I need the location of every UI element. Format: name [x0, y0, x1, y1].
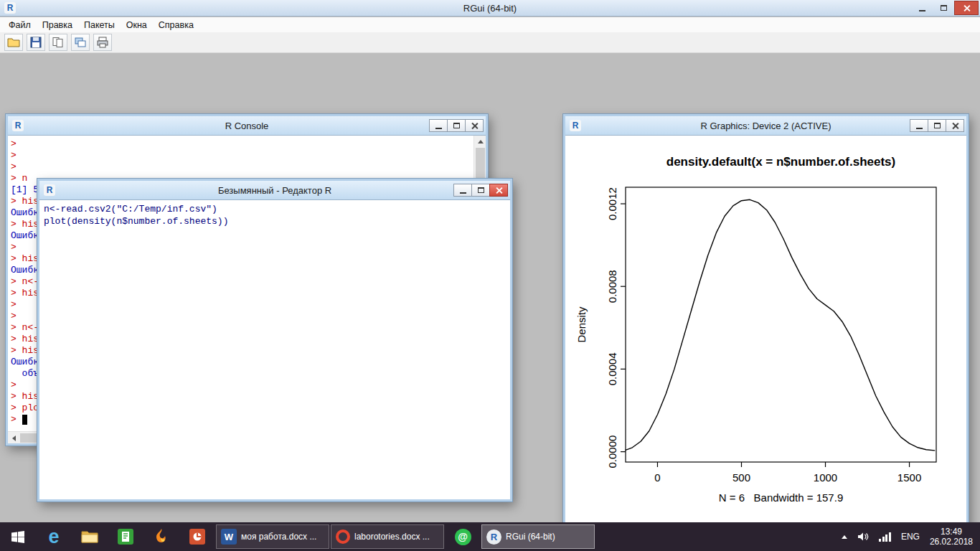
toolbar-save-button[interactable] [27, 34, 45, 51]
r-logo-icon: R [486, 529, 501, 545]
console-line: > [11, 161, 473, 173]
start-button[interactable] [0, 522, 36, 551]
svg-text:1500: 1500 [897, 471, 921, 484]
language-indicator[interactable]: ENG [901, 532, 920, 542]
maximize-icon [478, 187, 484, 193]
close-icon [951, 122, 959, 130]
menu-item-Справка[interactable]: Справка [153, 19, 199, 32]
open-script-icon [7, 37, 20, 48]
graphics-titlebar[interactable]: R R Graphics: Device 2 (ACTIVE) [565, 116, 966, 136]
editor-code-line: plot(density(n$number.of.sheets)) [44, 216, 510, 228]
r-logo-icon: R [12, 120, 24, 131]
taskbar-rgui-button[interactable]: R RGui (64-bit) [481, 524, 595, 549]
toolbar-print-button[interactable] [93, 34, 112, 51]
svg-text:density.default(x = n$number.o: density.default(x = n$number.of.sheets) [666, 155, 895, 169]
taskbar-mail-button[interactable]: @ [445, 522, 481, 551]
console-line: > [11, 150, 473, 161]
graphics-maximize-button[interactable] [928, 119, 946, 132]
graphics-close-button[interactable] [946, 119, 964, 132]
toolbar-copy-paste-button[interactable] [49, 34, 67, 51]
editor-close-button[interactable] [489, 184, 508, 197]
maximize-icon [453, 123, 460, 128]
system-tray: ENG 13:49 26.02.2018 [842, 522, 980, 551]
volume-icon[interactable] [857, 532, 869, 542]
editor-titlebar[interactable]: R Безымянный - Редактор R [39, 181, 510, 200]
taskbar-item-label: laborotories.docx ... [354, 532, 430, 542]
menu-item-Файл[interactable]: Файл [3, 19, 37, 32]
taskbar-ie-button[interactable]: e [36, 522, 72, 551]
console-titlebar[interactable]: R R Console [8, 116, 486, 136]
taskbar-green-app-button[interactable] [108, 522, 143, 551]
toolbar [0, 32, 980, 53]
maximize-icon [934, 123, 941, 128]
graphics-minimize-button[interactable] [910, 119, 928, 132]
close-icon [471, 122, 479, 130]
menu-item-Правка[interactable]: Правка [37, 19, 78, 32]
scroll-up-arrow[interactable] [474, 136, 486, 148]
taskbar-item-label: RGui (64-bit) [506, 532, 555, 542]
svg-text:N = 6 Bandwidth = 157.9: N = 6 Bandwidth = 157.9 [719, 491, 843, 504]
r-logo-icon: R [4, 2, 16, 14]
network-signal-icon[interactable] [879, 532, 891, 542]
editor-code-line: n<-read.csv2("C:/Temp/inf.csv") [44, 204, 510, 216]
r-editor-window: R Безымянный - Редактор R n<-read.csv2("… [37, 179, 512, 501]
main-close-button[interactable] [954, 1, 979, 15]
green-app-icon [118, 529, 133, 545]
clock[interactable]: 13:49 26.02.2018 [930, 527, 973, 547]
rgui-window-title: RGui (64-bit) [0, 3, 980, 14]
taskbar-orange-app-button[interactable] [179, 522, 215, 551]
windows-start-icon [10, 529, 26, 545]
svg-text:0: 0 [654, 471, 660, 484]
arrow-left-icon [12, 435, 16, 441]
orange-app-icon [189, 529, 205, 545]
show-hidden-icons-button[interactable] [842, 535, 847, 539]
console-close-button[interactable] [465, 119, 484, 132]
menu-bar: ФайлПравкаПакетыОкнаСправка [0, 17, 980, 32]
svg-text:0.0008: 0.0008 [606, 270, 618, 303]
rgui-titlebar[interactable]: R RGui (64-bit) [0, 0, 980, 17]
minimize-icon [916, 128, 923, 129]
windows-icon [74, 37, 87, 48]
toolbar-windows-button[interactable] [71, 34, 90, 51]
graphics-title: R Graphics: Device 2 (ACTIVE) [565, 121, 966, 131]
editor-maximize-button[interactable] [471, 184, 490, 197]
menu-item-Окна[interactable]: Окна [121, 19, 153, 32]
file-explorer-icon [81, 529, 98, 544]
close-icon [963, 4, 971, 12]
taskbar-explorer-button[interactable] [72, 522, 108, 551]
minimize-icon [919, 10, 925, 11]
toolbar-open-button[interactable] [4, 34, 23, 51]
opera-icon [336, 529, 350, 544]
r-logo-icon: R [44, 184, 55, 196]
arrow-up-icon [478, 140, 484, 143]
r-logo-icon: R [570, 120, 581, 131]
editor-minimize-button[interactable] [453, 184, 472, 197]
editor-text-area[interactable]: n<-read.csv2("C:/Temp/inf.csv")plot(dens… [39, 200, 510, 499]
svg-text:Density: Density [575, 306, 588, 343]
taskbar-flame-app-button[interactable] [143, 522, 179, 551]
console-minimize-button[interactable] [429, 119, 448, 132]
text-cursor [22, 415, 27, 425]
svg-text:0.0004: 0.0004 [606, 352, 618, 385]
taskbar-opera-doc-button[interactable]: laborotories.docx ... [331, 524, 444, 549]
density-plot: density.default(x = n$number.of.sheets)0… [565, 136, 966, 529]
minimize-icon [460, 192, 466, 194]
tray-date: 26.02.2018 [930, 537, 973, 547]
svg-text:500: 500 [732, 471, 750, 484]
tray-time: 13:49 [930, 527, 973, 537]
svg-text:1000: 1000 [814, 471, 837, 484]
word-document-icon: W [221, 529, 237, 545]
r-graphics-window: R R Graphics: Device 2 (ACTIVE) density.… [563, 114, 969, 532]
copy-paste-icon [52, 37, 65, 48]
console-maximize-button[interactable] [447, 119, 466, 132]
internet-explorer-icon: e [48, 527, 59, 547]
main-minimize-button[interactable] [911, 1, 933, 15]
mail-at-icon: @ [455, 529, 471, 545]
taskbar-item-label: моя работа.docx ... [241, 532, 316, 542]
menu-item-Пакеты[interactable]: Пакеты [78, 19, 121, 32]
main-maximize-button[interactable] [933, 1, 954, 15]
minimize-icon [435, 128, 442, 129]
taskbar-word-doc-button[interactable]: W моя работа.docx ... [216, 524, 329, 549]
mdi-workspace: R R Console >>>> n[1] 5> hisОшибк> hisОш… [0, 53, 980, 522]
scroll-left-arrow[interactable] [8, 432, 20, 443]
